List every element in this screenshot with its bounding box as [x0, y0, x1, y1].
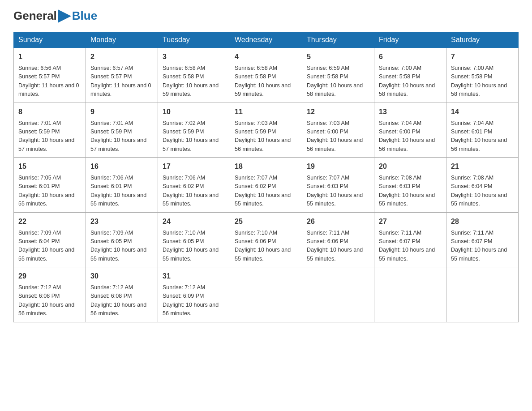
- calendar-cell: 25Sunrise: 7:10 AMSunset: 6:06 PMDayligh…: [230, 212, 302, 267]
- header-tuesday: Tuesday: [158, 32, 230, 48]
- header-wednesday: Wednesday: [230, 32, 302, 48]
- calendar-cell: 24Sunrise: 7:10 AMSunset: 6:05 PMDayligh…: [158, 212, 230, 267]
- day-number: 23: [90, 216, 153, 227]
- day-info: Sunrise: 6:56 AMSunset: 5:57 PMDaylight:…: [18, 64, 81, 99]
- day-number: 4: [235, 51, 297, 62]
- svg-marker-0: [58, 9, 71, 23]
- calendar-cell: 3Sunrise: 6:58 AMSunset: 5:58 PMDaylight…: [158, 48, 230, 103]
- calendar-week-3: 15Sunrise: 7:05 AMSunset: 6:01 PMDayligh…: [14, 158, 519, 213]
- calendar-cell: 30Sunrise: 7:12 AMSunset: 6:08 PMDayligh…: [86, 267, 158, 322]
- day-info: Sunrise: 7:08 AMSunset: 6:03 PMDaylight:…: [379, 174, 442, 209]
- calendar-cell: 4Sunrise: 6:58 AMSunset: 5:58 PMDaylight…: [230, 48, 302, 103]
- day-number: 25: [235, 216, 297, 227]
- day-number: 9: [90, 107, 153, 117]
- calendar-cell: [446, 267, 519, 322]
- calendar-cell: 19Sunrise: 7:07 AMSunset: 6:03 PMDayligh…: [302, 158, 374, 213]
- calendar-week-2: 8Sunrise: 7:01 AMSunset: 5:59 PMDaylight…: [14, 103, 519, 158]
- day-number: 31: [163, 271, 225, 282]
- day-info: Sunrise: 7:02 AMSunset: 5:59 PMDaylight:…: [163, 119, 225, 154]
- calendar-cell: 7Sunrise: 7:00 AMSunset: 5:58 PMDaylight…: [446, 48, 519, 103]
- day-number: 1: [18, 51, 81, 62]
- logo-triangle-icon: [58, 9, 71, 23]
- day-info: Sunrise: 7:08 AMSunset: 6:04 PMDaylight:…: [451, 174, 514, 209]
- calendar-cell: 20Sunrise: 7:08 AMSunset: 6:03 PMDayligh…: [374, 158, 446, 213]
- calendar-week-5: 29Sunrise: 7:12 AMSunset: 6:08 PMDayligh…: [14, 267, 519, 322]
- calendar-cell: 17Sunrise: 7:06 AMSunset: 6:02 PMDayligh…: [158, 158, 230, 213]
- day-info: Sunrise: 7:06 AMSunset: 6:01 PMDaylight:…: [90, 174, 153, 209]
- calendar-cell: 29Sunrise: 7:12 AMSunset: 6:08 PMDayligh…: [14, 267, 86, 322]
- day-info: Sunrise: 7:01 AMSunset: 5:59 PMDaylight:…: [90, 119, 153, 154]
- calendar-cell: 12Sunrise: 7:03 AMSunset: 6:00 PMDayligh…: [302, 103, 374, 158]
- day-number: 26: [307, 216, 369, 227]
- calendar-cell: 28Sunrise: 7:11 AMSunset: 6:07 PMDayligh…: [446, 212, 519, 267]
- calendar-cell: [374, 267, 446, 322]
- day-number: 14: [451, 107, 514, 117]
- day-info: Sunrise: 7:03 AMSunset: 5:59 PMDaylight:…: [235, 119, 297, 154]
- calendar-cell: 18Sunrise: 7:07 AMSunset: 6:02 PMDayligh…: [230, 158, 302, 213]
- day-info: Sunrise: 6:57 AMSunset: 5:57 PMDaylight:…: [90, 64, 153, 99]
- day-info: Sunrise: 7:11 AMSunset: 6:07 PMDaylight:…: [379, 229, 442, 264]
- day-number: 27: [379, 216, 442, 227]
- day-number: 30: [90, 271, 153, 282]
- day-number: 3: [163, 51, 225, 62]
- day-number: 10: [163, 107, 225, 117]
- day-number: 12: [307, 107, 369, 117]
- day-number: 8: [18, 107, 81, 117]
- day-info: Sunrise: 7:05 AMSunset: 6:01 PMDaylight:…: [18, 174, 81, 209]
- day-number: 6: [379, 51, 442, 62]
- calendar-cell: 11Sunrise: 7:03 AMSunset: 5:59 PMDayligh…: [230, 103, 302, 158]
- day-number: 17: [163, 161, 225, 172]
- calendar-cell: 2Sunrise: 6:57 AMSunset: 5:57 PMDaylight…: [86, 48, 158, 103]
- day-number: 13: [379, 107, 442, 117]
- day-number: 19: [307, 161, 369, 172]
- day-info: Sunrise: 7:11 AMSunset: 6:06 PMDaylight:…: [307, 229, 369, 264]
- day-info: Sunrise: 7:09 AMSunset: 6:05 PMDaylight:…: [90, 229, 153, 264]
- calendar-cell: 23Sunrise: 7:09 AMSunset: 6:05 PMDayligh…: [86, 212, 158, 267]
- day-number: 5: [307, 51, 369, 62]
- day-info: Sunrise: 7:11 AMSunset: 6:07 PMDaylight:…: [451, 229, 514, 264]
- calendar-cell: 9Sunrise: 7:01 AMSunset: 5:59 PMDaylight…: [86, 103, 158, 158]
- calendar-cell: 10Sunrise: 7:02 AMSunset: 5:59 PMDayligh…: [158, 103, 230, 158]
- header-saturday: Saturday: [446, 32, 519, 48]
- day-info: Sunrise: 7:04 AMSunset: 6:01 PMDaylight:…: [451, 119, 514, 154]
- day-info: Sunrise: 6:59 AMSunset: 5:58 PMDaylight:…: [307, 64, 369, 99]
- header-friday: Friday: [374, 32, 446, 48]
- day-info: Sunrise: 7:01 AMSunset: 5:59 PMDaylight:…: [18, 119, 81, 154]
- day-number: 16: [90, 161, 153, 172]
- calendar-week-4: 22Sunrise: 7:09 AMSunset: 6:04 PMDayligh…: [14, 212, 519, 267]
- calendar-cell: 16Sunrise: 7:06 AMSunset: 6:01 PMDayligh…: [86, 158, 158, 213]
- day-info: Sunrise: 6:58 AMSunset: 5:58 PMDaylight:…: [163, 64, 225, 99]
- logo-general: General: [13, 9, 57, 23]
- day-info: Sunrise: 7:12 AMSunset: 6:09 PMDaylight:…: [163, 283, 225, 318]
- day-info: Sunrise: 7:07 AMSunset: 6:02 PMDaylight:…: [235, 174, 297, 209]
- calendar-cell: 1Sunrise: 6:56 AMSunset: 5:57 PMDaylight…: [14, 48, 86, 103]
- calendar-cell: 5Sunrise: 6:59 AMSunset: 5:58 PMDaylight…: [302, 48, 374, 103]
- day-info: Sunrise: 7:10 AMSunset: 6:05 PMDaylight:…: [163, 229, 225, 264]
- day-info: Sunrise: 6:58 AMSunset: 5:58 PMDaylight:…: [235, 64, 297, 99]
- header-sunday: Sunday: [14, 32, 86, 48]
- day-info: Sunrise: 7:00 AMSunset: 5:58 PMDaylight:…: [379, 64, 442, 99]
- day-number: 7: [451, 51, 514, 62]
- day-info: Sunrise: 7:12 AMSunset: 6:08 PMDaylight:…: [90, 283, 153, 318]
- day-number: 18: [235, 161, 297, 172]
- calendar-cell: 15Sunrise: 7:05 AMSunset: 6:01 PMDayligh…: [14, 158, 86, 213]
- calendar-cell: 8Sunrise: 7:01 AMSunset: 5:59 PMDaylight…: [14, 103, 86, 158]
- calendar-cell: 31Sunrise: 7:12 AMSunset: 6:09 PMDayligh…: [158, 267, 230, 322]
- day-number: 11: [235, 107, 297, 117]
- calendar-cell: 26Sunrise: 7:11 AMSunset: 6:06 PMDayligh…: [302, 212, 374, 267]
- day-number: 20: [379, 161, 442, 172]
- day-number: 28: [451, 216, 514, 227]
- header-thursday: Thursday: [302, 32, 374, 48]
- logo-blue: Blue: [72, 9, 97, 23]
- calendar-cell: 13Sunrise: 7:04 AMSunset: 6:00 PMDayligh…: [374, 103, 446, 158]
- day-number: 2: [90, 51, 153, 62]
- calendar-cell: [302, 267, 374, 322]
- day-number: 29: [18, 271, 81, 282]
- calendar-cell: [230, 267, 302, 322]
- header-monday: Monday: [86, 32, 158, 48]
- day-info: Sunrise: 7:07 AMSunset: 6:03 PMDaylight:…: [307, 174, 369, 209]
- calendar-cell: 22Sunrise: 7:09 AMSunset: 6:04 PMDayligh…: [14, 212, 86, 267]
- day-info: Sunrise: 7:10 AMSunset: 6:06 PMDaylight:…: [235, 229, 297, 264]
- calendar-cell: 6Sunrise: 7:00 AMSunset: 5:58 PMDaylight…: [374, 48, 446, 103]
- day-number: 22: [18, 216, 81, 227]
